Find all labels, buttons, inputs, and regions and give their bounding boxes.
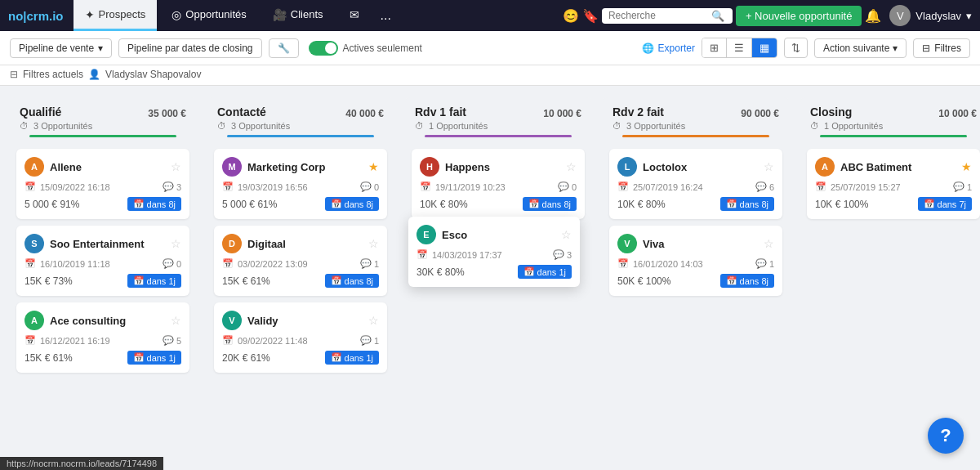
star-icon[interactable]: ☆ [368,237,379,250]
card-soo-entertainment[interactable]: S Soo Entertainment ☆ 📅 16/10/2019 11:18… [16,226,189,296]
nav-tab-mail[interactable]: ✉ [338,0,371,31]
dates-filter-btn[interactable]: Pipeline par dates de closing [118,38,261,58]
col-meta-contacte: ⏱ 3 Opportunités [217,121,384,131]
nav-more-btn[interactable]: ... [374,8,398,23]
nav-tab-clients[interactable]: 🎥 Clients [261,0,335,31]
card-header: S Soo Entertainment ☆ [24,234,181,253]
notification-icon[interactable]: 🔔 [865,8,881,24]
card-date-row: 📅 19/03/2019 16:56 💬 0 [222,181,379,192]
card-date-row: 📅 15/09/2022 16:18 💬 3 [24,181,181,192]
card-ace-consulting[interactable]: A Ace consulting ☆ 📅 16/12/2021 16:19 💬 … [16,302,189,373]
avatar: D [222,234,242,253]
floating-card-esco[interactable]: E Esco ☆ 📅 14/03/2019 17:37 💬 3 30K € 80… [408,217,580,287]
export-button[interactable]: 🌐 Exporter [642,43,695,54]
sort-button[interactable]: ⇅ [784,38,808,58]
badge-icon: 📅 [528,199,540,209]
kanban-view-btn[interactable]: ▦ [752,38,777,57]
calendar-icon: 📅 [222,181,234,192]
comment-count: 3 [567,250,572,260]
filtres-button[interactable]: ⊟ Filtres [913,38,970,58]
user-name: Vladyslav [915,10,961,22]
star-icon[interactable]: ☆ [764,237,774,250]
badge-icon: 📅 [133,199,145,209]
star-icon[interactable]: ☆ [171,314,181,327]
card-date: 14/03/2019 17:37 [432,250,502,260]
card-validy[interactable]: V Validy ☆ 📅 09/02/2022 11:48 💬 1 20K € … [214,302,387,373]
star-icon[interactable]: ☆ [171,237,181,250]
calendar-icon: 📅 [222,335,234,346]
col-bar-rdv2 [622,135,769,137]
card-badge: 📅 dans 1j [325,351,379,365]
grid-view-btn[interactable]: ⊞ [702,38,727,57]
list-view-btn[interactable]: ☰ [727,38,752,57]
star-icon[interactable]: ☆ [561,228,572,241]
action-suivante-label: Action suivante [823,43,889,54]
nav-tab-opportunites[interactable]: ◎ Opportunités [160,0,257,31]
card-value: 20K € 61% [222,352,270,364]
nav-smile-icon[interactable]: 😊 [563,8,579,24]
nav-bookmark-icon[interactable]: 🔖 [582,8,599,24]
actives-toggle[interactable] [309,41,338,56]
status-url: https://nocrm.nocrm.io/leads/7174498 [7,459,157,463]
calendar-icon: 📅 [24,258,36,269]
card-date-row: 📅 16/12/2021 16:19 💬 5 [24,335,181,346]
pipeline-filter-btn[interactable]: Pipeline de vente ▾ [10,38,112,58]
card-value: 5 000 € 61% [222,199,277,210]
card-marketing-corp[interactable]: M Marketing Corp ★ 📅 19/03/2019 16:56 💬 … [214,149,387,219]
card-digitaal[interactable]: D Digitaal ☆ 📅 03/02/2022 13:09 💬 1 15K … [214,226,387,296]
card-allene[interactable]: A Allene ☆ 📅 15/09/2022 16:18 💬 3 5 000 … [16,149,189,219]
star-icon[interactable]: ★ [368,160,379,173]
top-nav: no|crm.io ✦ Prospects ◎ Opportunités 🎥 C… [0,0,980,31]
column-contacte: Contacté 40 000 € ⏱ 3 Opportunités M Mar… [207,97,394,451]
comment-icon: 💬 [553,249,564,260]
card-date: 25/07/2019 15:27 [831,182,901,192]
star-icon[interactable]: ☆ [171,160,181,173]
comment-icon: 💬 [163,335,174,346]
col-title-rdv2: Rdv 2 fait [612,105,664,119]
card-viva[interactable]: V Viva ☆ 📅 16/01/2020 14:03 💬 1 50K € 10… [609,226,782,296]
card-abc-batiment[interactable]: A ABC Batiment ★ 📅 25/07/2019 15:27 💬 1 … [807,149,980,219]
card-badge: 📅 dans 8j [523,197,577,211]
card-value: 30K € 80% [416,266,465,278]
card-header: L Loctolox ☆ [617,157,774,177]
card-title-row: L Loctolox [617,157,687,177]
comment-count: 1 [374,259,379,269]
col-count-icon-closing: ⏱ [810,121,819,131]
wrench-filter-btn[interactable]: 🔧 [269,38,299,58]
card-happens[interactable]: H Happens ☆ 📅 19/11/2019 10:23 💬 0 10K €… [412,149,585,219]
star-icon[interactable]: ☆ [566,160,577,173]
card-loctolox[interactable]: L Loctolox ☆ 📅 25/07/2019 16:24 💬 6 10K … [609,149,782,219]
prospects-icon: ✦ [85,8,95,21]
card-footer: 5 000 € 91% 📅 dans 8j [24,197,181,211]
avatar-image: V [889,5,911,26]
star-icon[interactable]: ☆ [764,160,774,173]
toolbar-right: 🌐 Exporter ⊞ ☰ ▦ ⇅ Action suivante ▾ ⊟ F… [642,38,970,58]
card-value: 50K € 100% [617,275,670,287]
card-name: Soo Entertainment [50,238,145,250]
nav-tab-prospects-label: Prospects [99,8,146,20]
badge-icon: 📅 [924,199,935,209]
star-icon[interactable]: ★ [961,160,972,173]
column-closing: Closing 10 000 € ⏱ 1 Opportunités A ABC … [800,97,980,451]
help-button[interactable]: ? [928,418,964,454]
card-name: Esco [442,229,467,241]
star-icon[interactable]: ☆ [368,314,379,327]
comment-count: 0 [572,182,577,192]
new-opportunity-label: + Nouvelle opportunité [746,10,852,22]
new-opportunity-button[interactable]: + Nouvelle opportunité [736,6,862,26]
comment-icon: 💬 [360,181,372,192]
search-input[interactable] [608,10,706,21]
action-suivante-btn[interactable]: Action suivante ▾ [814,38,906,58]
col-count-rdv2: 3 Opportunités [626,121,685,131]
avatar: V [222,311,242,330]
calendar-icon: 📅 [815,181,826,192]
card-badge: 📅 dans 8j [127,197,181,211]
user-avatar[interactable]: V Vladyslav ▾ [889,5,972,26]
card-name: Digitaal [247,238,286,250]
nav-tab-opportunites-label: Opportunités [185,8,246,20]
card-badge: 📅 dans 8j [720,274,774,288]
card-name: Happens [445,161,490,173]
nav-tab-prospects[interactable]: ✦ Prospects [74,0,158,31]
cards-rdv1: H Happens ☆ 📅 19/11/2019 10:23 💬 0 10K €… [405,149,591,227]
comment-count: 1 [374,336,379,346]
